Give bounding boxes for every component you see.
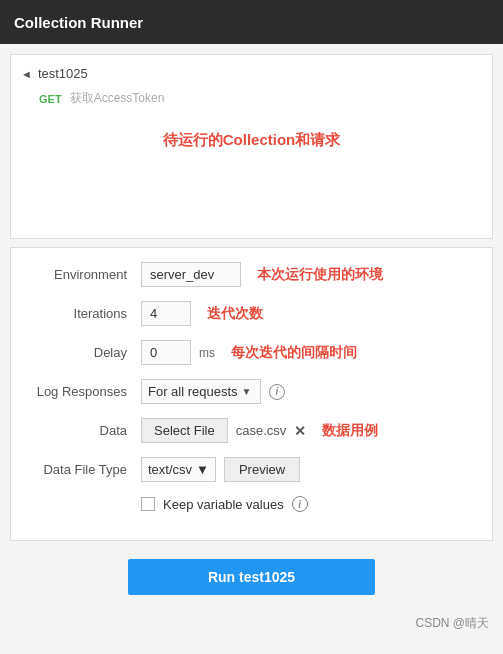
- environment-input[interactable]: [141, 262, 241, 287]
- iterations-annotation: 迭代次数: [207, 305, 263, 323]
- iterations-row: Iterations 迭代次数: [31, 301, 472, 326]
- data-file-type-dropdown-icon: ▼: [196, 462, 209, 477]
- keep-variable-label: Keep variable values: [163, 497, 284, 512]
- keep-variable-info-icon: i: [292, 496, 308, 512]
- delay-annotation: 每次迭代的间隔时间: [231, 344, 357, 362]
- settings-panel: Environment 本次运行使用的环境 Iterations 迭代次数 De…: [10, 247, 493, 541]
- iterations-input[interactable]: [141, 301, 191, 326]
- log-responses-controls: For all requests ▼ i: [141, 379, 472, 404]
- delay-input[interactable]: [141, 340, 191, 365]
- environment-row: Environment 本次运行使用的环境: [31, 262, 472, 287]
- header-title: Collection Runner: [14, 14, 143, 31]
- log-responses-label: Log Responses: [31, 384, 141, 399]
- watermark: CSDN @晴天: [0, 615, 503, 640]
- log-responses-select[interactable]: For all requests ▼: [141, 379, 261, 404]
- environment-controls: 本次运行使用的环境: [141, 262, 472, 287]
- data-file-type-select[interactable]: text/csv ▼: [141, 457, 216, 482]
- data-file-type-controls: text/csv ▼ Preview: [141, 457, 472, 482]
- environment-label: Environment: [31, 267, 141, 282]
- collection-tree-item[interactable]: ◄ test1025: [11, 61, 492, 86]
- data-row: Data Select File case.csv ✕ 数据用例: [31, 418, 472, 443]
- data-annotation: 数据用例: [322, 422, 378, 440]
- collection-annotation: 待运行的Collection和请求: [11, 111, 492, 170]
- log-responses-value: For all requests: [148, 384, 238, 399]
- data-filename: case.csv: [236, 423, 287, 438]
- iterations-controls: 迭代次数: [141, 301, 472, 326]
- collection-panel: ◄ test1025 GET 获取AccessToken 待运行的Collect…: [10, 54, 493, 239]
- run-button[interactable]: Run test1025: [128, 559, 375, 595]
- delay-row: Delay ms 每次迭代的间隔时间: [31, 340, 472, 365]
- delay-unit: ms: [199, 346, 215, 360]
- preview-button[interactable]: Preview: [224, 457, 300, 482]
- data-label: Data: [31, 423, 141, 438]
- keep-variable-checkbox[interactable]: [141, 497, 155, 511]
- log-responses-dropdown-icon: ▼: [242, 386, 252, 397]
- select-file-button[interactable]: Select File: [141, 418, 228, 443]
- collection-name: test1025: [38, 66, 88, 81]
- data-file-type-value: text/csv: [148, 462, 192, 477]
- iterations-label: Iterations: [31, 306, 141, 321]
- log-responses-info-icon: i: [269, 384, 285, 400]
- delay-controls: ms 每次迭代的间隔时间: [141, 340, 472, 365]
- data-controls: Select File case.csv ✕ 数据用例: [141, 418, 472, 443]
- request-item[interactable]: GET 获取AccessToken: [11, 86, 492, 111]
- bottom-bar: Run test1025: [0, 549, 503, 615]
- data-file-type-label: Data File Type: [31, 462, 141, 477]
- data-file-type-row: Data File Type text/csv ▼ Preview: [31, 457, 472, 482]
- keep-variable-controls: Keep variable values i: [141, 496, 472, 512]
- collapse-arrow-icon: ◄: [21, 68, 32, 80]
- http-method-label: GET: [39, 93, 62, 105]
- app-header: Collection Runner: [0, 0, 503, 44]
- environment-annotation: 本次运行使用的环境: [257, 266, 383, 284]
- remove-file-icon[interactable]: ✕: [294, 423, 306, 439]
- delay-label: Delay: [31, 345, 141, 360]
- keep-variable-row: Keep variable values i: [31, 496, 472, 512]
- request-name-label: 获取AccessToken: [70, 90, 165, 107]
- log-responses-row: Log Responses For all requests ▼ i: [31, 379, 472, 404]
